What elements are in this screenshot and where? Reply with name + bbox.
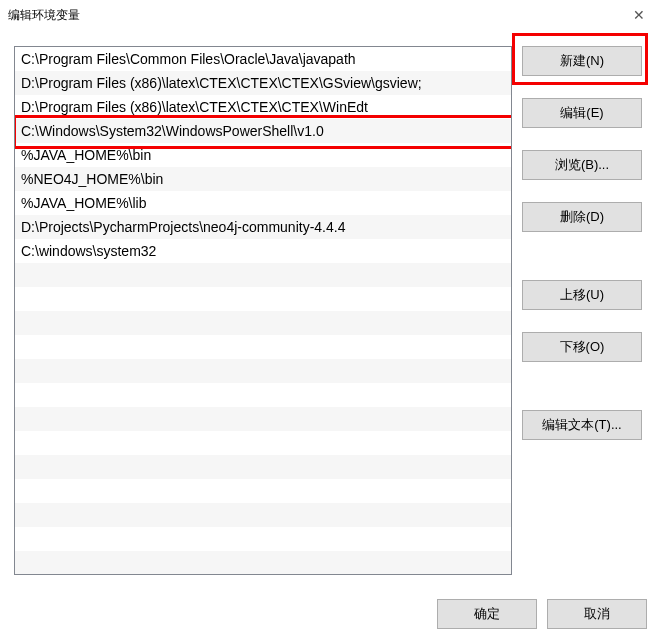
list-item[interactable]	[15, 431, 511, 455]
list-item[interactable]: C:\Program Files\Common Files\Oracle\Jav…	[15, 47, 511, 71]
list-item[interactable]	[15, 359, 511, 383]
spacer	[522, 76, 642, 98]
cancel-button[interactable]: 取消	[547, 599, 647, 629]
list-item[interactable]: C:\Windows\System32\WindowsPowerShell\v1…	[15, 119, 511, 143]
list-item[interactable]: %JAVA_HOME%\bin	[15, 143, 511, 167]
side-button-column: 新建(N) 编辑(E) 浏览(B)... 删除(D) 上移(U) 下移(O) 编…	[522, 46, 642, 575]
list-item[interactable]	[15, 263, 511, 287]
new-button[interactable]: 新建(N)	[522, 46, 642, 76]
move-down-button[interactable]: 下移(O)	[522, 332, 642, 362]
list-item[interactable]: C:\windows\system32	[15, 239, 511, 263]
close-icon: ✕	[633, 7, 645, 23]
spacer	[522, 128, 642, 150]
edit-button[interactable]: 编辑(E)	[522, 98, 642, 128]
list-item[interactable]	[15, 455, 511, 479]
spacer	[522, 180, 642, 202]
list-item[interactable]: D:\Program Files (x86)\latex\CTEX\CTEX\C…	[15, 95, 511, 119]
browse-button[interactable]: 浏览(B)...	[522, 150, 642, 180]
window-title: 编辑环境变量	[8, 7, 80, 24]
list-item[interactable]	[15, 311, 511, 335]
list-item[interactable]: D:\Projects\PycharmProjects\neo4j-commun…	[15, 215, 511, 239]
list-item[interactable]	[15, 527, 511, 551]
edit-text-button[interactable]: 编辑文本(T)...	[522, 410, 642, 440]
main-area: C:\Program Files\Common Files\Oracle\Jav…	[14, 46, 647, 575]
spacer	[522, 362, 642, 410]
delete-button[interactable]: 删除(D)	[522, 202, 642, 232]
list-item[interactable]	[15, 335, 511, 359]
list-item[interactable]: %JAVA_HOME%\lib	[15, 191, 511, 215]
list-item[interactable]	[15, 383, 511, 407]
path-listbox[interactable]: C:\Program Files\Common Files\Oracle\Jav…	[14, 46, 512, 575]
spacer	[522, 232, 642, 280]
list-item[interactable]	[15, 407, 511, 431]
list-item[interactable]	[15, 503, 511, 527]
list-item[interactable]: %NEO4J_HOME%\bin	[15, 167, 511, 191]
move-up-button[interactable]: 上移(U)	[522, 280, 642, 310]
ok-button[interactable]: 确定	[437, 599, 537, 629]
list-item[interactable]	[15, 551, 511, 575]
dialog-content: C:\Program Files\Common Files\Oracle\Jav…	[0, 30, 661, 639]
list-item[interactable]	[15, 287, 511, 311]
dialog-button-bar: 确定 取消	[437, 599, 647, 629]
spacer	[522, 310, 642, 332]
list-item[interactable]: D:\Program Files (x86)\latex\CTEX\CTEX\C…	[15, 71, 511, 95]
close-button[interactable]: ✕	[616, 0, 661, 30]
titlebar: 编辑环境变量 ✕	[0, 0, 661, 30]
list-item[interactable]	[15, 479, 511, 503]
